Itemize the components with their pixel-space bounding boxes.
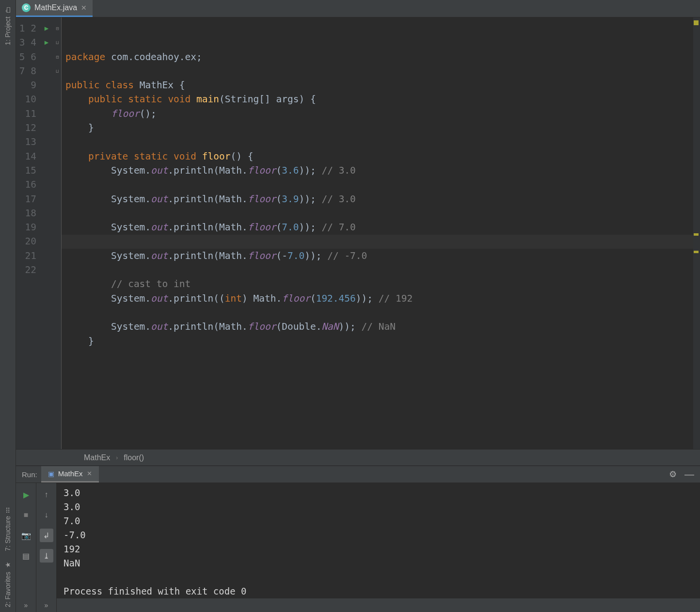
rail-structure[interactable]: 7: Structure ⠿ (4, 508, 12, 551)
close-icon[interactable]: ✕ (81, 4, 87, 12)
camera-icon[interactable]: 📷 (19, 529, 33, 542)
star-icon: ★ (4, 561, 12, 569)
run-marker-gutter: ▶ ▶ (39, 17, 54, 449)
app-icon: ▣ (48, 470, 54, 478)
editor-tab-bar: C MathEx.java ✕ (16, 0, 700, 17)
editor-scrollbar[interactable] (693, 17, 700, 449)
run-tab[interactable]: ▣ MathEx ✕ (41, 466, 99, 483)
soft-wrap-icon[interactable]: ↲ (40, 529, 53, 542)
tab-filename: MathEx.java (34, 3, 77, 12)
close-icon[interactable]: ✕ (87, 470, 92, 477)
structure-label: 7: Structure (4, 516, 12, 551)
scroll-down-icon[interactable]: ↓ (40, 508, 53, 522)
fold-icon[interactable]: ⊟ (54, 50, 61, 64)
stop-button[interactable]: ■ (19, 508, 33, 522)
gear-icon[interactable]: ⚙ (669, 469, 677, 480)
run-line-icon[interactable]: ▶ (39, 35, 54, 49)
minimize-icon[interactable]: — (684, 469, 694, 480)
breadcrumb: MathEx › floor() (16, 449, 700, 466)
fold-end-icon[interactable]: ⊔ (54, 35, 61, 49)
structure-icon: ⠿ (5, 507, 10, 515)
chevron-right-icon: › (116, 454, 118, 461)
breadcrumb-method[interactable]: floor() (124, 453, 144, 462)
line-number-gutter: 1 2 3 4 5 6 7 8 9 10 11 12 13 14 15 16 1… (16, 17, 39, 449)
folder-icon: 🗀 (4, 6, 11, 14)
code-body[interactable]: package com.codeahoy.ex; public class Ma… (62, 17, 700, 449)
favorites-label: 2: Favorites (4, 572, 12, 607)
run-toolbar-secondary: ↑ ↓ ↲ ⤓ (36, 483, 57, 598)
rail-favorites[interactable]: 2: Favorites ★ (4, 561, 12, 607)
run-header: Run: ▣ MathEx ✕ ⚙ — (16, 466, 700, 483)
run-tab-name: MathEx (58, 469, 83, 478)
more-button[interactable]: » (16, 598, 36, 612)
run-tool-window: Run: ▣ MathEx ✕ ⚙ — ▶ ■ 📷 ▤ ↑ ↓ ↲ ⤓ (16, 466, 700, 612)
more-button[interactable]: » (36, 598, 57, 612)
run-label: Run: (22, 470, 37, 479)
main-column: C MathEx.java ✕ 1 2 3 4 5 6 7 8 9 10 11 … (16, 0, 700, 612)
fold-icon[interactable]: ⊟ (54, 21, 61, 35)
layout-icon[interactable]: ▤ (19, 549, 33, 563)
code-editor[interactable]: 1 2 3 4 5 6 7 8 9 10 11 12 13 14 15 16 1… (16, 17, 700, 449)
breadcrumb-class[interactable]: MathEx (84, 453, 110, 462)
fold-end-icon[interactable]: ⊔ (54, 64, 61, 78)
rail-project[interactable]: 1: Project 🗀 (4, 7, 12, 45)
class-icon: C (22, 3, 31, 12)
tab-mathex[interactable]: C MathEx.java ✕ (16, 0, 93, 17)
left-tool-rail: 1: Project 🗀 7: Structure ⠿ 2: Favorites… (0, 0, 16, 612)
project-label: 1: Project (4, 16, 12, 45)
run-line-icon[interactable]: ▶ (39, 21, 54, 35)
run-toolbar-primary: ▶ ■ 📷 ▤ (16, 483, 36, 598)
scroll-to-end-icon[interactable]: ⤓ (40, 549, 53, 563)
fold-gutter: ⊟ ⊔ ⊟ ⊔ (54, 17, 62, 449)
console-output[interactable]: 3.0 3.0 7.0 -7.0 192 NaN Process finishe… (57, 483, 700, 598)
scroll-up-icon[interactable]: ↑ (40, 488, 53, 501)
rerun-button[interactable]: ▶ (19, 488, 33, 501)
